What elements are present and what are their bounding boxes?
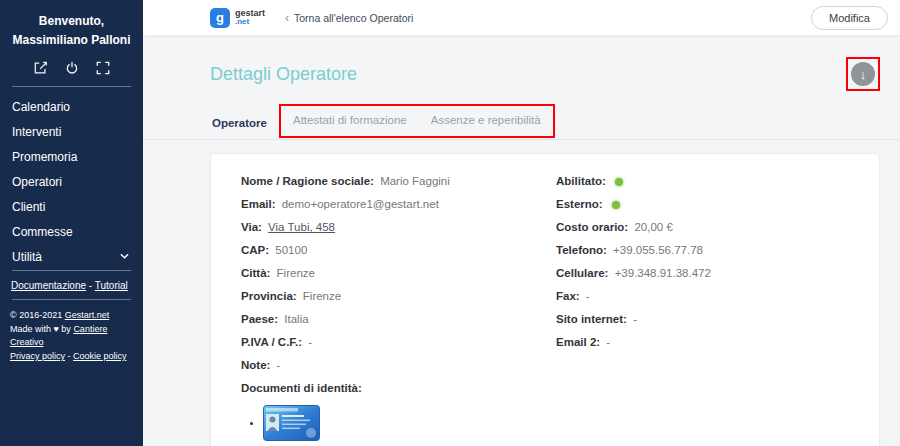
download-arrow-icon: ↓: [860, 67, 867, 82]
identity-card-thumbnail[interactable]: [263, 405, 320, 441]
page-title: Dettagli Operatore: [210, 64, 357, 85]
sidebar-item-clienti[interactable]: Clienti: [0, 195, 143, 220]
details-left-column: Nome / Ragione sociale: Mario Faggini Em…: [241, 174, 556, 446]
field-label: Email 2:: [556, 336, 600, 348]
tab-operatore[interactable]: Operatore: [200, 109, 279, 139]
sidebar-item-commesse[interactable]: Commesse: [0, 220, 143, 245]
status-dot-green: [615, 178, 623, 186]
sidebar: Benvenuto, Massimiliano Palloni Calendar…: [0, 0, 143, 446]
field-label: Esterno:: [556, 198, 603, 210]
gestart-logo[interactable]: g gestart .net: [210, 8, 265, 28]
field-row-documenti: Documenti di identità:: [241, 381, 556, 441]
content-area: Dettagli Operatore ↓ Operatore Attestati…: [143, 36, 900, 446]
field-row-provincia: Provincia: Firenze: [241, 289, 556, 303]
welcome-text: Benvenuto,: [6, 13, 137, 29]
user-name: Massimiliano Palloni: [6, 32, 137, 48]
tutorial-link[interactable]: Tutorial: [95, 280, 128, 291]
menu-label: Interventi: [12, 126, 61, 139]
field-row-cellulare: Cellulare: +39.348.91.38.472: [556, 266, 849, 280]
sidebar-divider: [12, 86, 131, 87]
field-row-paese: Paese: Italia: [241, 312, 556, 326]
sidebar-item-calendario[interactable]: Calendario: [0, 95, 143, 120]
operator-details-card: Nome / Ragione sociale: Mario Faggini Em…: [210, 153, 880, 446]
menu-label: Operatori: [12, 176, 62, 189]
field-label: Città:: [241, 267, 270, 279]
privacy-policy-link[interactable]: Privacy policy: [10, 351, 65, 361]
field-value: -: [308, 336, 312, 348]
menu-label: Utilità: [12, 251, 42, 264]
field-label: Sito internet:: [556, 313, 627, 325]
download-button[interactable]: ↓: [851, 62, 875, 86]
field-row-costo-orario: Costo orario: 20,00 €: [556, 220, 849, 234]
field-value: -: [586, 290, 590, 302]
tab-assenze-e-reperibilita[interactable]: Assenze e reperibilità: [419, 106, 553, 136]
made-with-text: Made with ♥ by: [10, 324, 73, 334]
link-separator: -: [65, 351, 73, 361]
field-value: -: [633, 313, 637, 325]
chevron-down-icon: [120, 253, 129, 262]
field-row-fax: Fax: -: [556, 289, 849, 303]
back-label: Torna all'elenco Operatori: [294, 12, 413, 24]
sidebar-item-promemoria[interactable]: Promemoria: [0, 145, 143, 170]
menu-label: Promemoria: [12, 151, 77, 164]
sidebar-footer: © 2016-2021 Gestart.net Made with ♥ by C…: [0, 300, 143, 372]
field-value: Firenze: [277, 267, 315, 279]
field-row-telefono: Telefono: +39.055.56.77.78: [556, 243, 849, 257]
fullscreen-expand-icon[interactable]: [96, 61, 110, 75]
field-row-piva: P.IVA / C.F.: -: [241, 335, 556, 349]
field-label: Telefono:: [556, 244, 607, 256]
field-value: Italia: [284, 313, 308, 325]
back-to-list-link[interactable]: ‹ Torna all'elenco Operatori: [285, 11, 413, 25]
gestart-link[interactable]: Gestart.net: [65, 310, 110, 320]
cookie-policy-link[interactable]: Cookie policy: [73, 351, 127, 361]
topbar: g gestart .net ‹ Torna all'elenco Operat…: [143, 0, 900, 36]
field-label: CAP:: [241, 244, 269, 256]
field-label: Provincia:: [241, 290, 297, 302]
field-value: +39.348.91.38.472: [615, 267, 711, 279]
field-label: Via:: [241, 221, 262, 233]
link-separator: -: [86, 280, 95, 291]
field-value: Firenze: [303, 290, 341, 302]
documentazione-link[interactable]: Documentazione: [11, 280, 86, 291]
logo-text: gestart .net: [235, 9, 265, 27]
modifica-button[interactable]: Modifica: [811, 6, 888, 30]
edit-profile-icon[interactable]: [34, 61, 48, 75]
field-row-abilitato: Abilitato:: [556, 174, 849, 188]
field-label: P.IVA / C.F.:: [241, 336, 302, 348]
menu-label: Clienti: [12, 201, 45, 214]
field-row-email2: Email 2: -: [556, 335, 849, 349]
field-row-nome: Nome / Ragione sociale: Mario Faggini: [241, 174, 556, 188]
sidebar-item-interventi[interactable]: Interventi: [0, 120, 143, 145]
back-chevron-icon: ‹: [285, 11, 289, 25]
annotation-box-download: ↓: [846, 57, 880, 91]
details-right-column: Abilitato: Esterno: Costo orario: 20,00 …: [556, 174, 849, 446]
field-value: -: [277, 359, 281, 371]
field-value: -: [606, 336, 610, 348]
sidebar-menu: Calendario Interventi Promemoria Operato…: [0, 95, 143, 270]
logout-power-icon[interactable]: [65, 61, 79, 75]
annotation-box-tabs: Attestati di formazione Assenze e reperi…: [279, 104, 555, 138]
field-label: Abilitato:: [556, 175, 606, 187]
field-label: Email:: [241, 198, 276, 210]
field-row-email: Email: demo+operatore1@gestart.net: [241, 197, 556, 211]
field-row-esterno: Esterno:: [556, 197, 849, 211]
field-label: Nome / Ragione sociale:: [241, 175, 374, 187]
document-list-item: [263, 405, 556, 441]
tab-attestati-di-formazione[interactable]: Attestati di formazione: [281, 106, 419, 136]
field-value: 50100: [275, 244, 307, 256]
field-row-via: Via: Via Tubi, 458: [241, 220, 556, 234]
status-dot-green: [612, 201, 620, 209]
field-label: Costo orario:: [556, 221, 628, 233]
made-with-line: Made with ♥ by Cantiere Creativo: [10, 323, 133, 350]
address-link[interactable]: Via Tubi, 458: [268, 221, 335, 233]
field-value: 20,00 €: [634, 221, 672, 233]
sidebar-item-operatori[interactable]: Operatori: [0, 170, 143, 195]
field-label: Documenti di identità:: [241, 382, 362, 394]
sidebar-item-utilita[interactable]: Utilità: [0, 245, 143, 270]
field-value: +39.055.56.77.78: [613, 244, 703, 256]
menu-label: Commesse: [12, 226, 73, 239]
main-area: g gestart .net ‹ Torna all'elenco Operat…: [143, 0, 900, 446]
field-label: Fax:: [556, 290, 580, 302]
field-label: Paese:: [241, 313, 278, 325]
field-row-cap: CAP: 50100: [241, 243, 556, 257]
